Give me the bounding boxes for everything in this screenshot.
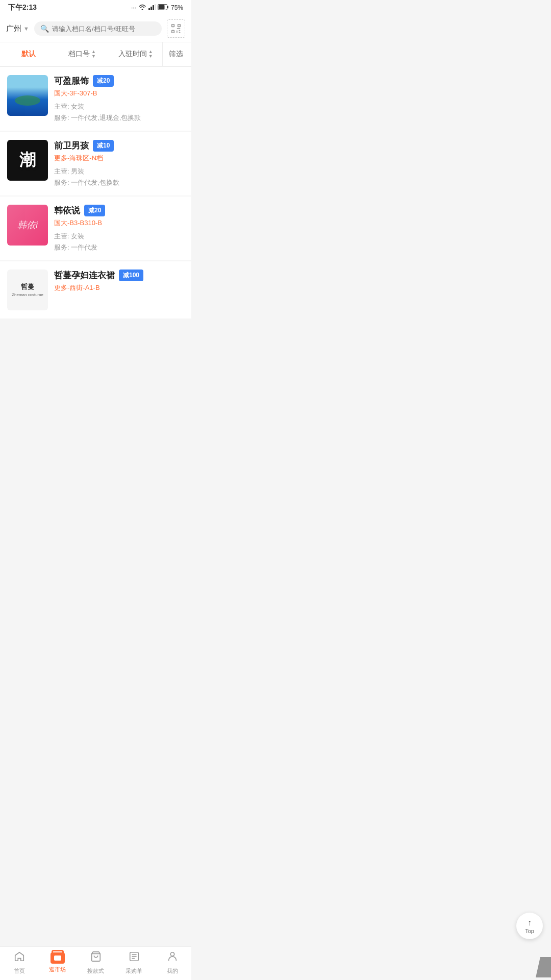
store-name-3: 韩依说: [54, 205, 80, 216]
svg-rect-9: [172, 31, 174, 33]
filter-button[interactable]: 筛选: [162, 42, 189, 66]
sort-default-label: 默认: [21, 50, 36, 59]
store-avatar-3: 韩依i: [7, 205, 48, 246]
store-location-1: 国大-3F-307-B: [54, 89, 184, 98]
store-card-1[interactable]: 可盈服饰 减20 国大-3F-307-B 主营: 女装 服务: 一件代发,退现金…: [0, 67, 191, 131]
store-name-1: 可盈服饰: [54, 75, 89, 87]
status-time: 下午2:13: [8, 3, 37, 12]
discount-badge-1: 减20: [93, 75, 114, 87]
store-services-1: 服务: 一件代发,退现金,包换款: [54, 113, 184, 122]
location-text: 广州: [6, 24, 21, 34]
store-main-business-1: 主营: 女装: [54, 102, 184, 111]
sort-stall-arrows: ▲▼: [91, 50, 96, 59]
svg-rect-3: [155, 4, 156, 10]
search-input[interactable]: [52, 25, 156, 33]
store-name-row-3: 韩依说 减20: [54, 205, 184, 216]
svg-rect-8: [178, 24, 181, 27]
store-location-3: 国大-B3-B310-B: [54, 218, 184, 228]
store-main-business-2: 主营: 男装: [54, 167, 184, 176]
store-name-row-2: 前卫男孩 减10: [54, 140, 184, 152]
store-services-3: 服务: 一件代发: [54, 243, 184, 252]
store-main-business-3: 主营: 女装: [54, 232, 184, 241]
sort-join-time[interactable]: 入驻时间 ▲▼: [109, 42, 162, 66]
sort-stall-number[interactable]: 档口号 ▲▼: [56, 42, 109, 66]
search-icon: 🔍: [40, 24, 49, 33]
svg-rect-5: [167, 6, 168, 8]
svg-line-13: [179, 32, 181, 33]
discount-badge-2: 减10: [93, 140, 114, 152]
store-location-2: 更多-海珠区-N档: [54, 154, 184, 163]
signal-bars-icon: [148, 4, 156, 12]
sort-time-arrows: ▲▼: [148, 50, 153, 59]
store-card-4[interactable]: 哲蔓 Zheman costume 哲蔓孕妇连衣裙 减100 更多-西街-A1-…: [0, 261, 191, 318]
discount-badge-4: 减100: [119, 270, 143, 281]
search-bar[interactable]: 🔍: [34, 21, 162, 36]
sort-stall-label: 档口号: [68, 50, 90, 59]
status-icons: ··· 75%: [131, 4, 183, 12]
store-avatar-4: 哲蔓 Zheman costume: [7, 270, 48, 310]
store-location-4: 更多-西街-A1-B: [54, 283, 184, 292]
battery-percent: 75%: [171, 4, 183, 11]
store-info-1: 可盈服饰 减20 国大-3F-307-B 主营: 女装 服务: 一件代发,退现金…: [54, 75, 184, 122]
status-bar: 下午2:13 ··· 75%: [0, 0, 191, 15]
discount-badge-3: 减20: [84, 205, 105, 216]
sort-bar: 默认 档口号 ▲▼ 入驻时间 ▲▼ 筛选: [0, 42, 191, 67]
store-avatar-1: [7, 75, 48, 116]
sort-time-label: 入驻时间: [118, 50, 147, 59]
chevron-down-icon: ▼: [23, 26, 29, 32]
svg-rect-7: [172, 24, 174, 27]
store-name-4: 哲蔓孕妇连衣裙: [54, 270, 115, 281]
store-name-row-4: 哲蔓孕妇连衣裙 减100: [54, 270, 184, 281]
battery-icon: [158, 4, 169, 12]
store-list: 可盈服饰 减20 国大-3F-307-B 主营: 女装 服务: 一件代发,退现金…: [0, 67, 191, 355]
svg-rect-2: [153, 5, 154, 10]
svg-rect-1: [151, 7, 152, 10]
filter-label: 筛选: [169, 50, 183, 58]
store-info-3: 韩依说 减20 国大-B3-B310-B 主营: 女装 服务: 一件代发: [54, 205, 184, 252]
signal-dots-icon: ···: [131, 4, 136, 11]
store-info-4: 哲蔓孕妇连衣裙 减100 更多-西街-A1-B: [54, 270, 184, 297]
store-services-2: 服务: 一件代发,包换款: [54, 178, 184, 187]
svg-rect-6: [158, 5, 164, 9]
header: 广州 ▼ 🔍: [0, 15, 191, 42]
location-selector[interactable]: 广州 ▼: [6, 24, 29, 34]
store-card-2[interactable]: 潮 前卫男孩 减10 更多-海珠区-N档 主营: 男装 服务: 一件代发,包换款: [0, 132, 191, 195]
store-name-row-1: 可盈服饰 减20: [54, 75, 184, 87]
svg-rect-0: [148, 8, 150, 10]
store-card-3[interactable]: 韩依i 韩依说 减20 国大-B3-B310-B 主营: 女装 服务: 一件代发: [0, 197, 191, 260]
wifi-icon: [138, 4, 146, 12]
scan-button[interactable]: [167, 19, 185, 38]
store-info-2: 前卫男孩 减10 更多-海珠区-N档 主营: 男装 服务: 一件代发,包换款: [54, 140, 184, 187]
store-avatar-2: 潮: [7, 140, 48, 181]
store-name-2: 前卫男孩: [54, 140, 89, 152]
sort-default[interactable]: 默认: [2, 42, 56, 66]
